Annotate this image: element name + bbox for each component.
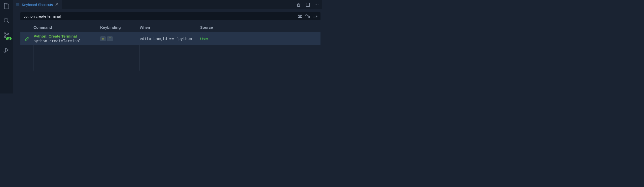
keyboard-shortcuts-editor: Command Keybinding When Source Python: C… xyxy=(13,9,322,94)
command-title: Python: Create Terminal xyxy=(33,34,100,38)
svg-rect-19 xyxy=(301,15,302,16)
svg-rect-15 xyxy=(299,15,299,16)
record-keys-icon[interactable] xyxy=(298,14,302,18)
command-id: python.createTerminal xyxy=(33,39,100,43)
svg-point-0 xyxy=(4,18,8,22)
tab-title: Keyboard Shortcuts xyxy=(22,3,53,7)
main-editor: Keyboard Shortcuts Command xyxy=(13,0,322,94)
column-keybinding[interactable]: Keybinding xyxy=(100,25,140,29)
more-actions-icon[interactable] xyxy=(315,5,318,5)
scm-badge: 13 xyxy=(6,37,11,40)
table-header: Command Keybinding When Source xyxy=(20,23,320,32)
keybinding-cell: ⌘ T xyxy=(100,36,140,41)
when-cell: editorLangId == 'python' xyxy=(140,37,200,41)
edit-icon[interactable] xyxy=(20,37,33,41)
svg-point-3 xyxy=(4,37,5,38)
svg-rect-16 xyxy=(299,15,300,16)
tab-keyboard-shortcuts[interactable]: Keyboard Shortcuts xyxy=(13,0,62,9)
svg-rect-17 xyxy=(300,15,300,16)
open-changes-icon[interactable] xyxy=(297,3,301,7)
svg-marker-5 xyxy=(5,48,8,52)
svg-line-1 xyxy=(7,21,9,23)
clear-search-icon[interactable] xyxy=(313,14,317,18)
svg-rect-20 xyxy=(299,17,301,17)
source-cell: User xyxy=(200,37,320,41)
shortcuts-table: Command Keybinding When Source Python: C… xyxy=(20,23,320,71)
key: ⌘ xyxy=(100,36,106,41)
column-command[interactable]: Command xyxy=(33,25,100,29)
sort-precedence-icon[interactable] xyxy=(305,14,310,18)
tab-bar: Keyboard Shortcuts xyxy=(13,0,322,9)
search-bar xyxy=(20,12,320,20)
table-row[interactable]: Python: Create Terminal python.createTer… xyxy=(20,32,320,45)
svg-rect-22 xyxy=(308,16,310,18)
tab-close-icon[interactable] xyxy=(55,2,59,7)
search-icon[interactable] xyxy=(3,17,11,25)
svg-point-6 xyxy=(4,51,6,53)
explorer-icon[interactable] xyxy=(3,2,11,10)
svg-point-4 xyxy=(7,34,9,35)
svg-point-2 xyxy=(4,33,5,34)
svg-rect-21 xyxy=(306,15,307,16)
editor-actions xyxy=(297,0,322,9)
activity-bar: 13 xyxy=(0,0,13,94)
table-empty-grid xyxy=(20,45,320,71)
svg-rect-18 xyxy=(301,15,301,16)
settings-list-icon xyxy=(16,3,20,7)
run-debug-icon[interactable] xyxy=(3,46,11,54)
split-editor-icon[interactable] xyxy=(306,3,310,7)
source-control-icon[interactable]: 13 xyxy=(3,31,11,39)
key: T xyxy=(107,36,113,41)
column-when[interactable]: When xyxy=(140,25,200,29)
search-input[interactable] xyxy=(23,13,298,19)
column-source[interactable]: Source xyxy=(200,25,320,29)
